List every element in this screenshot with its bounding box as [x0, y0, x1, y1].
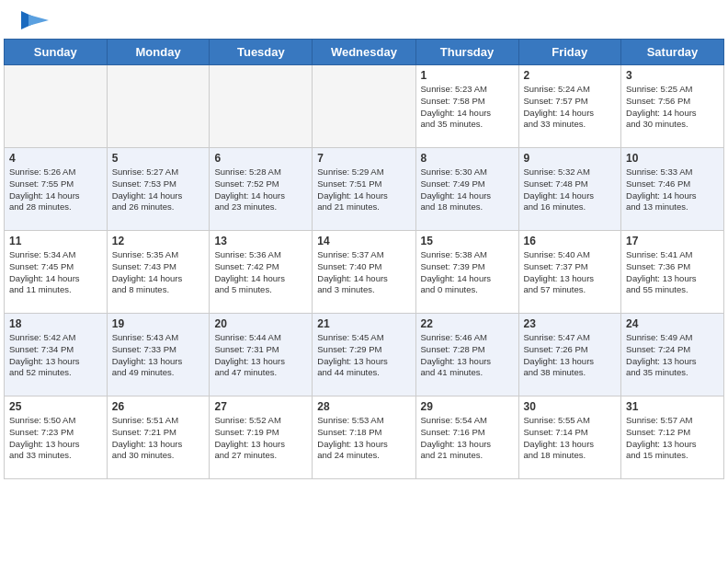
- day-number: 9: [524, 152, 617, 165]
- day-info: Sunrise: 5:45 AM Sunset: 7:29 PM Dayligh…: [317, 332, 410, 379]
- day-number: 26: [112, 400, 205, 413]
- day-cell-15: 15Sunrise: 5:38 AM Sunset: 7:39 PM Dayli…: [415, 231, 518, 314]
- day-number: 29: [421, 400, 514, 413]
- day-number: 23: [524, 317, 617, 330]
- day-number: 27: [214, 400, 307, 413]
- day-number: 14: [317, 235, 410, 247]
- day-info: Sunrise: 5:43 AM Sunset: 7:33 PM Dayligh…: [112, 332, 205, 379]
- day-number: 16: [524, 235, 617, 247]
- day-cell-31: 31Sunrise: 5:57 AM Sunset: 7:12 PM Dayli…: [621, 396, 724, 479]
- logo: [18, 15, 49, 31]
- day-cell-9: 9Sunrise: 5:32 AM Sunset: 7:48 PM Daylig…: [518, 148, 621, 231]
- day-info: Sunrise: 5:57 AM Sunset: 7:12 PM Dayligh…: [626, 415, 719, 462]
- day-cell-20: 20Sunrise: 5:44 AM Sunset: 7:31 PM Dayli…: [210, 314, 313, 396]
- logo-icon: [21, 11, 49, 35]
- day-info: Sunrise: 5:28 AM Sunset: 7:52 PM Dayligh…: [214, 167, 307, 213]
- day-cell-16: 16Sunrise: 5:40 AM Sunset: 7:37 PM Dayli…: [518, 231, 621, 314]
- day-number: 7: [317, 152, 410, 165]
- header: [0, 0, 728, 39]
- day-info: Sunrise: 5:49 AM Sunset: 7:24 PM Dayligh…: [626, 332, 719, 379]
- day-cell-11: 11Sunrise: 5:34 AM Sunset: 7:45 PM Dayli…: [5, 231, 108, 314]
- day-info: Sunrise: 5:30 AM Sunset: 7:49 PM Dayligh…: [421, 167, 514, 213]
- day-number: 24: [626, 317, 719, 330]
- day-cell-27: 27Sunrise: 5:52 AM Sunset: 7:19 PM Dayli…: [210, 396, 313, 479]
- week-row-4: 25Sunrise: 5:50 AM Sunset: 7:23 PM Dayli…: [5, 396, 724, 479]
- day-info: Sunrise: 5:41 AM Sunset: 7:36 PM Dayligh…: [626, 249, 719, 296]
- day-info: Sunrise: 5:26 AM Sunset: 7:55 PM Dayligh…: [9, 167, 102, 213]
- day-cell-10: 10Sunrise: 5:33 AM Sunset: 7:46 PM Dayli…: [621, 148, 724, 231]
- day-number: 31: [626, 400, 719, 413]
- day-info: Sunrise: 5:44 AM Sunset: 7:31 PM Dayligh…: [214, 332, 307, 379]
- week-row-2: 11Sunrise: 5:34 AM Sunset: 7:45 PM Dayli…: [5, 231, 724, 314]
- empty-cell: [107, 65, 210, 148]
- day-cell-4: 4Sunrise: 5:26 AM Sunset: 7:55 PM Daylig…: [5, 148, 108, 231]
- day-info: Sunrise: 5:47 AM Sunset: 7:26 PM Dayligh…: [524, 332, 617, 379]
- day-info: Sunrise: 5:40 AM Sunset: 7:37 PM Dayligh…: [524, 249, 617, 296]
- day-info: Sunrise: 5:37 AM Sunset: 7:40 PM Dayligh…: [317, 249, 410, 296]
- day-info: Sunrise: 5:25 AM Sunset: 7:56 PM Dayligh…: [626, 84, 719, 131]
- day-cell-29: 29Sunrise: 5:54 AM Sunset: 7:16 PM Dayli…: [415, 396, 518, 479]
- day-cell-30: 30Sunrise: 5:55 AM Sunset: 7:14 PM Dayli…: [518, 396, 621, 479]
- day-number: 6: [214, 152, 307, 165]
- day-number: 2: [524, 69, 617, 82]
- day-info: Sunrise: 5:24 AM Sunset: 7:57 PM Dayligh…: [524, 84, 617, 131]
- day-cell-7: 7Sunrise: 5:29 AM Sunset: 7:51 PM Daylig…: [313, 148, 415, 231]
- day-cell-28: 28Sunrise: 5:53 AM Sunset: 7:18 PM Dayli…: [313, 396, 415, 479]
- week-row-0: 1Sunrise: 5:23 AM Sunset: 7:58 PM Daylig…: [5, 65, 724, 148]
- day-info: Sunrise: 5:32 AM Sunset: 7:48 PM Dayligh…: [524, 167, 617, 213]
- day-number: 5: [112, 152, 205, 165]
- day-info: Sunrise: 5:29 AM Sunset: 7:51 PM Dayligh…: [317, 167, 410, 213]
- day-cell-8: 8Sunrise: 5:30 AM Sunset: 7:49 PM Daylig…: [415, 148, 518, 231]
- day-info: Sunrise: 5:51 AM Sunset: 7:21 PM Dayligh…: [112, 415, 205, 462]
- day-header-tuesday: Tuesday: [210, 40, 313, 65]
- day-info: Sunrise: 5:38 AM Sunset: 7:39 PM Dayligh…: [421, 249, 514, 296]
- day-info: Sunrise: 5:46 AM Sunset: 7:28 PM Dayligh…: [421, 332, 514, 379]
- day-number: 13: [214, 235, 307, 247]
- day-cell-24: 24Sunrise: 5:49 AM Sunset: 7:24 PM Dayli…: [621, 314, 724, 396]
- day-info: Sunrise: 5:54 AM Sunset: 7:16 PM Dayligh…: [421, 415, 514, 462]
- day-number: 17: [626, 235, 719, 247]
- day-info: Sunrise: 5:27 AM Sunset: 7:53 PM Dayligh…: [112, 167, 205, 213]
- day-number: 30: [524, 400, 617, 413]
- day-info: Sunrise: 5:50 AM Sunset: 7:23 PM Dayligh…: [9, 415, 102, 462]
- calendar-wrapper: SundayMondayTuesdayWednesdayThursdayFrid…: [0, 39, 728, 483]
- day-cell-26: 26Sunrise: 5:51 AM Sunset: 7:21 PM Dayli…: [107, 396, 210, 479]
- day-number: 4: [9, 152, 102, 165]
- day-number: 11: [9, 235, 102, 247]
- day-cell-14: 14Sunrise: 5:37 AM Sunset: 7:40 PM Dayli…: [313, 231, 415, 314]
- day-info: Sunrise: 5:36 AM Sunset: 7:42 PM Dayligh…: [214, 249, 307, 296]
- day-cell-6: 6Sunrise: 5:28 AM Sunset: 7:52 PM Daylig…: [210, 148, 313, 231]
- day-cell-23: 23Sunrise: 5:47 AM Sunset: 7:26 PM Dayli…: [518, 314, 621, 396]
- empty-cell: [210, 65, 313, 148]
- day-number: 25: [9, 400, 102, 413]
- day-info: Sunrise: 5:34 AM Sunset: 7:45 PM Dayligh…: [9, 249, 102, 296]
- day-number: 21: [317, 317, 410, 330]
- day-cell-13: 13Sunrise: 5:36 AM Sunset: 7:42 PM Dayli…: [210, 231, 313, 314]
- day-cell-18: 18Sunrise: 5:42 AM Sunset: 7:34 PM Dayli…: [5, 314, 108, 396]
- day-header-sunday: Sunday: [5, 40, 108, 65]
- day-info: Sunrise: 5:52 AM Sunset: 7:19 PM Dayligh…: [214, 415, 307, 462]
- day-cell-17: 17Sunrise: 5:41 AM Sunset: 7:36 PM Dayli…: [621, 231, 724, 314]
- day-info: Sunrise: 5:33 AM Sunset: 7:46 PM Dayligh…: [626, 167, 719, 213]
- day-cell-5: 5Sunrise: 5:27 AM Sunset: 7:53 PM Daylig…: [107, 148, 210, 231]
- week-row-3: 18Sunrise: 5:42 AM Sunset: 7:34 PM Dayli…: [5, 314, 724, 396]
- day-number: 3: [626, 69, 719, 82]
- day-number: 8: [421, 152, 514, 165]
- day-number: 1: [421, 69, 514, 82]
- day-number: 18: [9, 317, 102, 330]
- day-number: 20: [214, 317, 307, 330]
- day-header-monday: Monday: [107, 40, 210, 65]
- day-info: Sunrise: 5:55 AM Sunset: 7:14 PM Dayligh…: [524, 415, 617, 462]
- day-info: Sunrise: 5:35 AM Sunset: 7:43 PM Dayligh…: [112, 249, 205, 296]
- day-info: Sunrise: 5:42 AM Sunset: 7:34 PM Dayligh…: [9, 332, 102, 379]
- day-cell-19: 19Sunrise: 5:43 AM Sunset: 7:33 PM Dayli…: [107, 314, 210, 396]
- day-header-row: SundayMondayTuesdayWednesdayThursdayFrid…: [5, 40, 724, 65]
- day-number: 28: [317, 400, 410, 413]
- day-info: Sunrise: 5:23 AM Sunset: 7:58 PM Dayligh…: [421, 84, 514, 131]
- day-info: Sunrise: 5:53 AM Sunset: 7:18 PM Dayligh…: [317, 415, 410, 462]
- day-cell-1: 1Sunrise: 5:23 AM Sunset: 7:58 PM Daylig…: [415, 65, 518, 148]
- day-cell-2: 2Sunrise: 5:24 AM Sunset: 7:57 PM Daylig…: [518, 65, 621, 148]
- day-header-saturday: Saturday: [621, 40, 724, 65]
- calendar-table: SundayMondayTuesdayWednesdayThursdayFrid…: [4, 39, 724, 479]
- empty-cell: [313, 65, 415, 148]
